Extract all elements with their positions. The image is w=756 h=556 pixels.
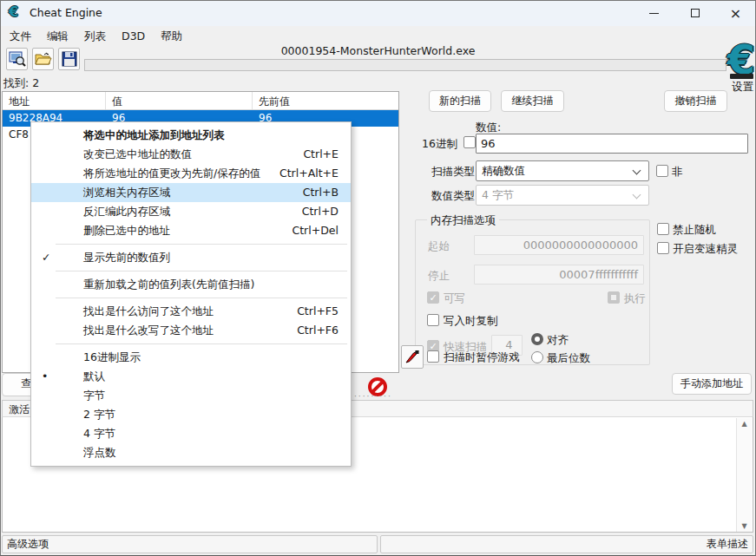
status-bar: 高级选项 表单描述 <box>0 533 756 556</box>
logo-caption-band <box>730 74 753 79</box>
start-address-input: 0000000000000000 <box>474 235 644 255</box>
context-menu-item[interactable]: 16进制显示 <box>31 348 351 367</box>
unrandomizer-label: 禁止随机 <box>673 223 716 238</box>
menu-item-label: 4 字节 <box>83 424 115 443</box>
table-extras-pane[interactable]: 表单描述 <box>380 535 753 553</box>
undo-scan-button[interactable]: 撤销扫描 <box>664 90 727 112</box>
context-menu-item[interactable]: 将选中的地址添加到地址列表 <box>31 126 351 145</box>
found-count-label: 找到: 2 <box>3 76 39 91</box>
scan-progress-bar <box>84 59 726 71</box>
context-menu-item[interactable]: 找出是什么访问了这个地址Ctrl+F5 <box>31 302 351 321</box>
menu-item-label: 默认 <box>83 367 105 386</box>
radio-bullet-icon: • <box>42 367 59 386</box>
context-menu-item[interactable]: 将所选地址的值更改为先前/保存的值Ctrl+Alt+E <box>31 164 351 183</box>
executable-label: 执行 <box>624 291 646 306</box>
context-menu-item[interactable]: 重新加载之前的值列表(先前值扫描) <box>31 275 351 294</box>
address-list-scrollbar[interactable]: ▲ ▼ <box>736 418 752 532</box>
menu-separator <box>56 271 347 271</box>
menu-item-shortcut: Ctrl+B <box>303 183 339 202</box>
context-menu: 将选中的地址添加到地址列表改变已选中地址的数值Ctrl+E将所选地址的值更改为先… <box>30 121 352 467</box>
copy-on-write-label: 写入时复制 <box>444 314 498 329</box>
context-menu-item[interactable]: 删除已选中的地址Ctrl+Del <box>31 221 351 240</box>
close-button[interactable]: × <box>715 0 756 26</box>
context-menu-item[interactable]: 浮点数 <box>31 443 351 462</box>
value-type-label: 数值类型 <box>431 189 475 204</box>
stop-address-input: 00007fffffffffff <box>474 265 644 285</box>
speedhack-label: 开启变速精灵 <box>673 242 738 257</box>
value-type-dropdown: 4 字节 <box>476 185 649 206</box>
menu-item-label: 将所选地址的值更改为先前/保存的值 <box>83 164 260 183</box>
context-menu-item[interactable]: 字节 <box>31 386 351 405</box>
context-menu-item[interactable]: 4 字节 <box>31 424 351 443</box>
writable-label: 可写 <box>444 291 465 306</box>
context-menu-item[interactable]: •默认 <box>31 367 351 386</box>
last-digits-radio[interactable] <box>531 351 543 363</box>
menu-item-label: 改变已选中地址的数值 <box>83 145 192 164</box>
found-column-header[interactable]: 先前值 <box>253 92 398 109</box>
menu-item-shortcut: Ctrl+Alt+E <box>279 164 339 183</box>
menu-item-文件[interactable]: 文件 <box>2 26 39 46</box>
found-column-header[interactable]: 值 <box>106 92 253 109</box>
scan-value-input[interactable]: 96 <box>476 134 748 154</box>
stop-label: 停止 <box>428 269 450 284</box>
found-list-header[interactable]: 地址值先前值 <box>3 92 398 110</box>
pause-game-label: 扫描时暂停游戏 <box>444 350 520 365</box>
menu-item-label: 反汇编此内存区域 <box>83 202 170 221</box>
menu-item-label: 浏览相关内存区域 <box>83 183 170 202</box>
not-checkbox[interactable] <box>656 165 668 177</box>
menu-item-帮助[interactable]: 帮助 <box>153 26 190 46</box>
start-label: 起始 <box>428 239 450 254</box>
menu-item-shortcut: Ctrl+E <box>303 145 339 164</box>
chevron-down-icon <box>633 191 641 200</box>
found-column-header[interactable]: 地址 <box>3 92 106 109</box>
maximize-button[interactable] <box>674 0 715 26</box>
checkmark-icon: ✓ <box>42 248 59 267</box>
context-menu-item[interactable]: 2 字节 <box>31 405 351 424</box>
pause-game-checkbox[interactable] <box>427 350 439 363</box>
window-title: Cheat Engine <box>30 6 102 19</box>
align-radio[interactable] <box>531 333 543 345</box>
context-menu-item[interactable]: 浏览相关内存区域Ctrl+B <box>31 183 351 202</box>
copy-on-write-checkbox[interactable] <box>427 314 439 326</box>
cheat-engine-logo-icon: € <box>9 3 18 20</box>
menu-item-shortcut: Ctrl+F6 <box>297 321 339 340</box>
attached-process-name: 00001954-MonsterHunterWorld.exe <box>0 44 756 57</box>
hex-checkbox[interactable] <box>463 136 476 148</box>
menu-item-label: 找出是什么改写了这个地址 <box>83 321 214 340</box>
chevron-down-icon <box>633 167 641 175</box>
add-address-manually-button[interactable]: 手动添加地址 <box>672 373 752 395</box>
menu-item-编辑[interactable]: 编辑 <box>39 26 76 46</box>
menu-item-D3D[interactable]: D3D <box>114 26 153 46</box>
scroll-up-icon[interactable]: ▲ <box>737 420 752 428</box>
scan-type-label: 扫描类型 <box>431 165 475 180</box>
menu-item-label: 2 字节 <box>83 405 115 424</box>
unrandomizer-checkbox[interactable] <box>657 223 669 235</box>
context-menu-item[interactable]: 反汇编此内存区域Ctrl+D <box>31 202 351 221</box>
scroll-down-icon[interactable]: ▼ <box>737 522 752 530</box>
executable-checkbox <box>608 291 620 304</box>
settings-link[interactable]: 设置 <box>732 80 753 95</box>
new-scan-button[interactable]: 新的扫描 <box>429 90 491 112</box>
pointer-tool-button[interactable] <box>401 345 424 369</box>
advanced-options-pane[interactable]: 高级选项 <box>2 535 378 553</box>
scan-type-dropdown[interactable]: 精确数值 <box>476 160 649 181</box>
next-scan-button[interactable]: 继续扫描 <box>501 90 564 112</box>
context-menu-item[interactable]: 改变已选中地址的数值Ctrl+E <box>31 145 351 164</box>
value-type-value: 4 字节 <box>482 188 514 201</box>
memory-scan-options-title: 内存扫描选项 <box>427 213 499 228</box>
menu-item-shortcut: Ctrl+Del <box>292 221 339 240</box>
minimize-button[interactable] <box>634 0 674 26</box>
menu-separator <box>56 244 347 245</box>
context-menu-item[interactable]: ✓显示先前的数值列 <box>31 248 351 267</box>
menu-item-label: 将选中的地址添加到地址列表 <box>83 126 225 145</box>
menu-item-label: 字节 <box>83 386 105 405</box>
menu-item-label: 16进制显示 <box>83 348 141 367</box>
menu-separator <box>56 298 347 298</box>
menu-item-shortcut: Ctrl+D <box>302 202 339 221</box>
red-arrow-cursor-icon <box>404 350 420 365</box>
menu-item-label: 找出是什么访问了这个地址 <box>83 302 214 321</box>
menu-item-shortcut: Ctrl+F5 <box>297 302 339 321</box>
context-menu-item[interactable]: 找出是什么改写了这个地址Ctrl+F6 <box>31 321 351 340</box>
menu-item-列表[interactable]: 列表 <box>76 26 114 46</box>
speedhack-checkbox[interactable] <box>657 242 669 254</box>
